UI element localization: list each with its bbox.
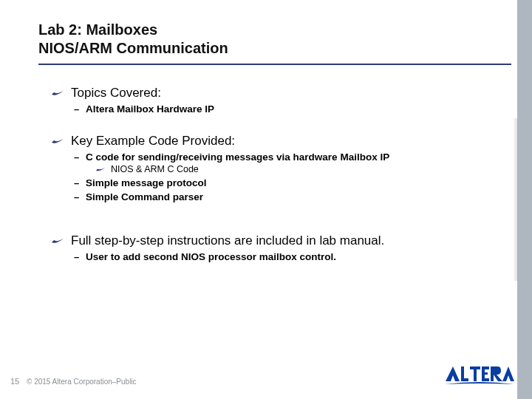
subbullet-text: Simple message protocol xyxy=(86,177,207,188)
swoosh-icon xyxy=(52,238,64,245)
spacer xyxy=(52,116,495,129)
svg-rect-1 xyxy=(461,378,468,381)
bullet-lab-manual: Full step-by-step instructions are inclu… xyxy=(52,233,495,248)
swoosh-icon xyxy=(52,138,64,146)
title-line-1: Lab 2: Mailboxes xyxy=(38,21,502,39)
content-body: Topics Covered: – Altera Mailbox Hardwar… xyxy=(52,81,495,264)
subbullet-message-protocol: – Simple message protocol xyxy=(74,177,495,188)
subsubbullet-text: NIOS & ARM C Code xyxy=(111,164,199,174)
title-line-2: NIOS/ARM Communication xyxy=(38,39,502,58)
subbullet-command-parser: – Simple Command parser xyxy=(74,191,495,202)
dash-icon: – xyxy=(74,103,81,115)
svg-rect-6 xyxy=(482,372,488,375)
subbullet-user-add-nios: – User to add second NIOS processor mail… xyxy=(74,251,495,262)
dash-icon: – xyxy=(74,151,81,163)
subbullet-text: Simple Command parser xyxy=(86,191,203,202)
spacer xyxy=(52,204,495,229)
subbullet-altera-mailbox: – Altera Mailbox Hardware IP xyxy=(74,103,495,115)
page-number: 15 xyxy=(10,377,19,386)
swoosh-icon xyxy=(96,167,105,173)
subbullet-text: User to add second NIOS processor mailbo… xyxy=(86,251,336,262)
subbullet-c-code: – C code for sending/receiving messages … xyxy=(74,151,495,163)
dash-icon: – xyxy=(74,177,81,188)
svg-rect-3 xyxy=(474,366,477,381)
svg-rect-5 xyxy=(482,366,489,369)
slide: Lab 2: Mailboxes NIOS/ARM Communication … xyxy=(0,0,532,399)
subbullet-text: Altera Mailbox Hardware IP xyxy=(86,103,214,115)
altera-logo xyxy=(445,365,514,389)
copyright-text: © 2015 Altera Corporation–Public xyxy=(27,378,137,386)
svg-rect-7 xyxy=(482,378,489,381)
heading-text: Key Example Code Provided: xyxy=(71,134,235,149)
title-underline xyxy=(38,64,511,65)
dash-icon: – xyxy=(74,251,81,262)
side-rail xyxy=(517,0,532,399)
heading-text: Topics Covered: xyxy=(71,86,161,100)
heading-text: Full step-by-step instructions are inclu… xyxy=(71,233,384,248)
subsubbullet-nios-arm: NIOS & ARM C Code xyxy=(96,164,495,174)
dash-icon: – xyxy=(74,191,81,202)
title-block: Lab 2: Mailboxes NIOS/ARM Communication xyxy=(38,21,502,65)
swoosh-icon xyxy=(52,90,64,98)
bullet-key-example-code: Key Example Code Provided: xyxy=(52,134,495,149)
bullet-topics-covered: Topics Covered: xyxy=(52,86,495,100)
footer: 15 © 2015 Altera Corporation–Public xyxy=(0,366,517,389)
subbullet-text: C code for sending/receiving messages vi… xyxy=(86,151,389,163)
